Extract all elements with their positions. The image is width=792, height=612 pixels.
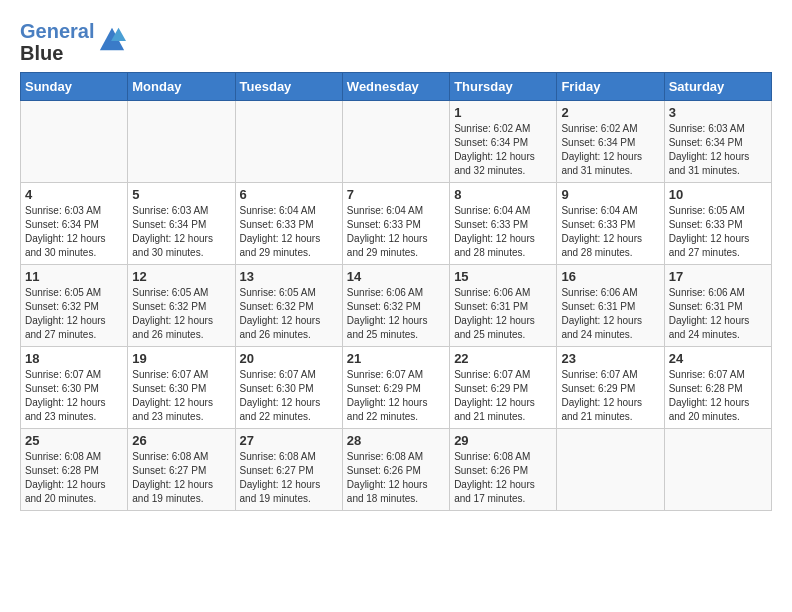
day-info: Sunrise: 6:04 AM Sunset: 6:33 PM Dayligh… [454, 204, 552, 260]
day-number: 28 [347, 433, 445, 448]
day-number: 21 [347, 351, 445, 366]
day-info: Sunrise: 6:04 AM Sunset: 6:33 PM Dayligh… [240, 204, 338, 260]
calendar-cell: 1Sunrise: 6:02 AM Sunset: 6:34 PM Daylig… [450, 101, 557, 183]
calendar-cell: 13Sunrise: 6:05 AM Sunset: 6:32 PM Dayli… [235, 265, 342, 347]
calendar-cell: 14Sunrise: 6:06 AM Sunset: 6:32 PM Dayli… [342, 265, 449, 347]
day-number: 24 [669, 351, 767, 366]
calendar-cell: 8Sunrise: 6:04 AM Sunset: 6:33 PM Daylig… [450, 183, 557, 265]
calendar-cell: 7Sunrise: 6:04 AM Sunset: 6:33 PM Daylig… [342, 183, 449, 265]
day-info: Sunrise: 6:08 AM Sunset: 6:26 PM Dayligh… [454, 450, 552, 506]
calendar-cell: 6Sunrise: 6:04 AM Sunset: 6:33 PM Daylig… [235, 183, 342, 265]
day-number: 13 [240, 269, 338, 284]
day-number: 3 [669, 105, 767, 120]
day-info: Sunrise: 6:08 AM Sunset: 6:27 PM Dayligh… [132, 450, 230, 506]
calendar-cell: 22Sunrise: 6:07 AM Sunset: 6:29 PM Dayli… [450, 347, 557, 429]
day-info: Sunrise: 6:02 AM Sunset: 6:34 PM Dayligh… [454, 122, 552, 178]
day-number: 1 [454, 105, 552, 120]
logo-icon [98, 26, 126, 54]
calendar-cell: 11Sunrise: 6:05 AM Sunset: 6:32 PM Dayli… [21, 265, 128, 347]
day-number: 12 [132, 269, 230, 284]
calendar-cell: 10Sunrise: 6:05 AM Sunset: 6:33 PM Dayli… [664, 183, 771, 265]
day-number: 2 [561, 105, 659, 120]
day-info: Sunrise: 6:02 AM Sunset: 6:34 PM Dayligh… [561, 122, 659, 178]
calendar-cell: 2Sunrise: 6:02 AM Sunset: 6:34 PM Daylig… [557, 101, 664, 183]
calendar-cell: 25Sunrise: 6:08 AM Sunset: 6:28 PM Dayli… [21, 429, 128, 511]
day-info: Sunrise: 6:05 AM Sunset: 6:33 PM Dayligh… [669, 204, 767, 260]
day-number: 8 [454, 187, 552, 202]
calendar-cell: 3Sunrise: 6:03 AM Sunset: 6:34 PM Daylig… [664, 101, 771, 183]
day-info: Sunrise: 6:04 AM Sunset: 6:33 PM Dayligh… [347, 204, 445, 260]
calendar-cell: 24Sunrise: 6:07 AM Sunset: 6:28 PM Dayli… [664, 347, 771, 429]
day-number: 10 [669, 187, 767, 202]
day-info: Sunrise: 6:07 AM Sunset: 6:29 PM Dayligh… [561, 368, 659, 424]
calendar-cell: 9Sunrise: 6:04 AM Sunset: 6:33 PM Daylig… [557, 183, 664, 265]
day-number: 27 [240, 433, 338, 448]
day-number: 15 [454, 269, 552, 284]
logo-text: GeneralBlue [20, 20, 94, 64]
day-info: Sunrise: 6:05 AM Sunset: 6:32 PM Dayligh… [25, 286, 123, 342]
day-info: Sunrise: 6:05 AM Sunset: 6:32 PM Dayligh… [132, 286, 230, 342]
day-info: Sunrise: 6:06 AM Sunset: 6:31 PM Dayligh… [669, 286, 767, 342]
day-info: Sunrise: 6:08 AM Sunset: 6:26 PM Dayligh… [347, 450, 445, 506]
day-number: 29 [454, 433, 552, 448]
day-number: 6 [240, 187, 338, 202]
day-info: Sunrise: 6:03 AM Sunset: 6:34 PM Dayligh… [132, 204, 230, 260]
calendar-cell: 21Sunrise: 6:07 AM Sunset: 6:29 PM Dayli… [342, 347, 449, 429]
weekday-header-thursday: Thursday [450, 73, 557, 101]
calendar-cell: 28Sunrise: 6:08 AM Sunset: 6:26 PM Dayli… [342, 429, 449, 511]
day-number: 7 [347, 187, 445, 202]
weekday-header-monday: Monday [128, 73, 235, 101]
day-number: 25 [25, 433, 123, 448]
day-info: Sunrise: 6:07 AM Sunset: 6:29 PM Dayligh… [454, 368, 552, 424]
weekday-header-sunday: Sunday [21, 73, 128, 101]
day-info: Sunrise: 6:03 AM Sunset: 6:34 PM Dayligh… [669, 122, 767, 178]
calendar-cell [235, 101, 342, 183]
day-info: Sunrise: 6:07 AM Sunset: 6:28 PM Dayligh… [669, 368, 767, 424]
day-number: 18 [25, 351, 123, 366]
day-info: Sunrise: 6:06 AM Sunset: 6:31 PM Dayligh… [561, 286, 659, 342]
day-info: Sunrise: 6:07 AM Sunset: 6:29 PM Dayligh… [347, 368, 445, 424]
day-number: 20 [240, 351, 338, 366]
calendar-cell [664, 429, 771, 511]
weekday-header-wednesday: Wednesday [342, 73, 449, 101]
day-number: 14 [347, 269, 445, 284]
calendar-cell: 19Sunrise: 6:07 AM Sunset: 6:30 PM Dayli… [128, 347, 235, 429]
calendar-cell: 15Sunrise: 6:06 AM Sunset: 6:31 PM Dayli… [450, 265, 557, 347]
day-number: 22 [454, 351, 552, 366]
calendar-cell: 4Sunrise: 6:03 AM Sunset: 6:34 PM Daylig… [21, 183, 128, 265]
day-number: 23 [561, 351, 659, 366]
day-number: 17 [669, 269, 767, 284]
calendar-cell: 27Sunrise: 6:08 AM Sunset: 6:27 PM Dayli… [235, 429, 342, 511]
weekday-header-friday: Friday [557, 73, 664, 101]
calendar-cell: 26Sunrise: 6:08 AM Sunset: 6:27 PM Dayli… [128, 429, 235, 511]
calendar-cell: 17Sunrise: 6:06 AM Sunset: 6:31 PM Dayli… [664, 265, 771, 347]
day-info: Sunrise: 6:03 AM Sunset: 6:34 PM Dayligh… [25, 204, 123, 260]
day-number: 5 [132, 187, 230, 202]
calendar-cell [342, 101, 449, 183]
weekday-header-saturday: Saturday [664, 73, 771, 101]
calendar-cell: 23Sunrise: 6:07 AM Sunset: 6:29 PM Dayli… [557, 347, 664, 429]
day-info: Sunrise: 6:06 AM Sunset: 6:32 PM Dayligh… [347, 286, 445, 342]
calendar-cell: 29Sunrise: 6:08 AM Sunset: 6:26 PM Dayli… [450, 429, 557, 511]
calendar-cell: 16Sunrise: 6:06 AM Sunset: 6:31 PM Dayli… [557, 265, 664, 347]
day-info: Sunrise: 6:07 AM Sunset: 6:30 PM Dayligh… [25, 368, 123, 424]
day-number: 9 [561, 187, 659, 202]
calendar-cell [557, 429, 664, 511]
day-info: Sunrise: 6:07 AM Sunset: 6:30 PM Dayligh… [132, 368, 230, 424]
calendar-cell [128, 101, 235, 183]
calendar-cell: 18Sunrise: 6:07 AM Sunset: 6:30 PM Dayli… [21, 347, 128, 429]
day-number: 26 [132, 433, 230, 448]
day-info: Sunrise: 6:08 AM Sunset: 6:28 PM Dayligh… [25, 450, 123, 506]
calendar-cell: 5Sunrise: 6:03 AM Sunset: 6:34 PM Daylig… [128, 183, 235, 265]
calendar-cell [21, 101, 128, 183]
weekday-header-tuesday: Tuesday [235, 73, 342, 101]
day-info: Sunrise: 6:04 AM Sunset: 6:33 PM Dayligh… [561, 204, 659, 260]
day-info: Sunrise: 6:07 AM Sunset: 6:30 PM Dayligh… [240, 368, 338, 424]
day-info: Sunrise: 6:05 AM Sunset: 6:32 PM Dayligh… [240, 286, 338, 342]
logo: GeneralBlue [20, 20, 126, 64]
calendar-table: SundayMondayTuesdayWednesdayThursdayFrid… [20, 72, 772, 511]
day-number: 4 [25, 187, 123, 202]
day-info: Sunrise: 6:08 AM Sunset: 6:27 PM Dayligh… [240, 450, 338, 506]
calendar-cell: 12Sunrise: 6:05 AM Sunset: 6:32 PM Dayli… [128, 265, 235, 347]
calendar-cell: 20Sunrise: 6:07 AM Sunset: 6:30 PM Dayli… [235, 347, 342, 429]
